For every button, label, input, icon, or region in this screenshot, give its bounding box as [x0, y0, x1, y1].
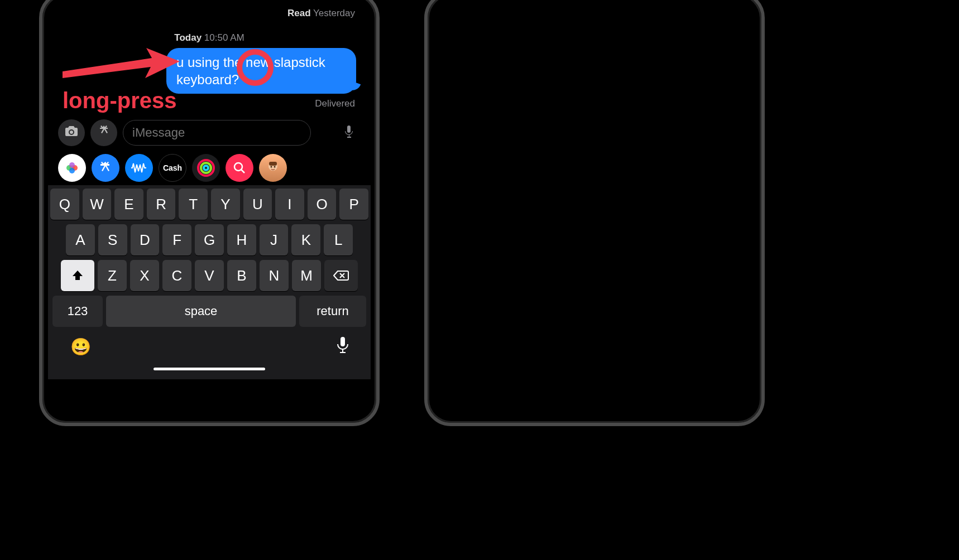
- svg-point-12: [274, 166, 276, 168]
- key-v[interactable]: V: [195, 260, 224, 291]
- timestamp-day: Today: [174, 32, 202, 43]
- svg-point-4: [69, 162, 75, 168]
- key-r[interactable]: R: [147, 189, 176, 220]
- key-return[interactable]: return: [299, 296, 366, 327]
- read-time: Yesterday: [313, 8, 355, 18]
- svg-point-11: [271, 166, 272, 168]
- screen-left: Read Yesterday Today 10:50 AM u using th…: [48, 0, 371, 417]
- svg-rect-10: [269, 162, 277, 166]
- camera-icon: [65, 125, 78, 140]
- message-input[interactable]: [123, 120, 311, 146]
- emoji-key[interactable]: 😀: [70, 337, 91, 356]
- delete-key[interactable]: [324, 260, 358, 291]
- svg-point-3: [69, 168, 75, 173]
- key-s[interactable]: S: [98, 224, 127, 255]
- shift-key[interactable]: [61, 260, 94, 291]
- svg-point-7: [204, 166, 208, 170]
- memoji-app-icon[interactable]: [259, 154, 287, 182]
- annotation-arrow-left: [63, 45, 180, 84]
- applecash-label: Cash: [163, 163, 182, 172]
- key-k[interactable]: K: [291, 224, 320, 255]
- key-l[interactable]: L: [324, 224, 353, 255]
- delivered-status: Delivered: [315, 98, 355, 109]
- svg-point-8: [234, 163, 242, 171]
- key-q[interactable]: Q: [50, 189, 79, 220]
- appstore-app-icon[interactable]: [92, 154, 119, 182]
- appstore-icon: [98, 125, 110, 141]
- compose-row: [48, 117, 371, 149]
- timestamp-time: 10:50 AM: [204, 32, 244, 43]
- key-x[interactable]: X: [130, 260, 159, 291]
- read-label: Read: [287, 8, 311, 18]
- key-u[interactable]: U: [243, 189, 272, 220]
- message-input-wrap: [123, 120, 361, 146]
- key-123[interactable]: 123: [52, 296, 103, 327]
- phone-right: HAHA !! ? u using the new slapstick keyb…: [424, 0, 765, 426]
- key-o[interactable]: O: [308, 189, 337, 220]
- annotation-label-longpress: long-press: [63, 88, 176, 113]
- key-d[interactable]: D: [131, 224, 160, 255]
- dictation-icon[interactable]: [345, 125, 353, 141]
- photos-app-icon[interactable]: [58, 154, 86, 182]
- audio-app-icon[interactable]: [125, 154, 153, 182]
- annotation-circle: [237, 49, 274, 86]
- key-b[interactable]: B: [227, 260, 256, 291]
- key-c[interactable]: C: [162, 260, 191, 291]
- key-p[interactable]: P: [339, 189, 368, 220]
- key-t[interactable]: T: [179, 189, 208, 220]
- key-z[interactable]: Z: [98, 260, 127, 291]
- message-thread: Read Yesterday Today 10:50 AM u using th…: [48, 0, 371, 117]
- key-y[interactable]: Y: [211, 189, 240, 220]
- key-w[interactable]: W: [83, 189, 112, 220]
- activity-app-icon[interactable]: [192, 154, 220, 182]
- imessage-app-strip: Cash: [48, 149, 371, 185]
- read-receipt: Read Yesterday: [287, 8, 355, 19]
- key-f[interactable]: F: [162, 224, 191, 255]
- key-g[interactable]: G: [195, 224, 224, 255]
- appstore-button[interactable]: [90, 119, 117, 146]
- keyboard: QWERTYUIOP ASDFGHJKL ZXCVBNM 123 space r…: [48, 185, 371, 379]
- applecash-app-icon[interactable]: Cash: [159, 154, 186, 182]
- svg-point-6: [201, 163, 211, 173]
- key-a[interactable]: A: [66, 224, 95, 255]
- mic-key[interactable]: [337, 337, 348, 356]
- search-app-icon[interactable]: [226, 154, 253, 182]
- key-n[interactable]: N: [260, 260, 289, 291]
- key-j[interactable]: J: [260, 224, 289, 255]
- key-e[interactable]: E: [114, 189, 143, 220]
- camera-button[interactable]: [58, 119, 85, 146]
- key-h[interactable]: H: [227, 224, 256, 255]
- key-m[interactable]: M: [292, 260, 321, 291]
- key-space[interactable]: space: [106, 296, 296, 327]
- key-i[interactable]: I: [275, 189, 304, 220]
- timestamp: Today 10:50 AM: [48, 32, 371, 44]
- phone-left: Read Yesterday Today 10:50 AM u using th…: [39, 0, 380, 426]
- home-indicator[interactable]: [154, 368, 265, 370]
